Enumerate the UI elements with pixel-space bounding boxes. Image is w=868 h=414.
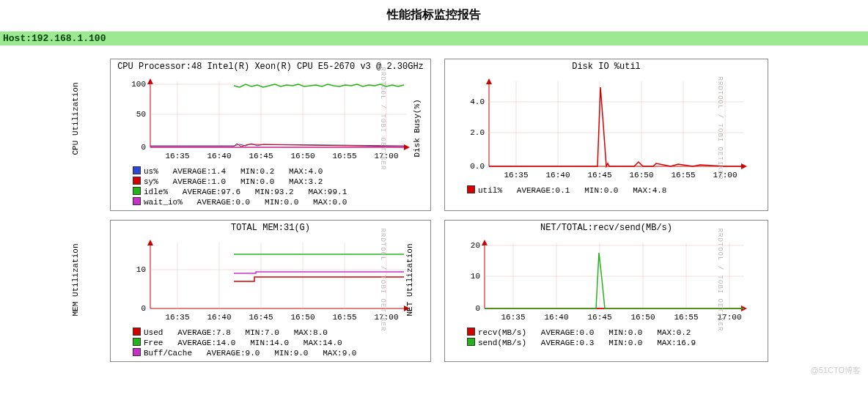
legend-swatch: [467, 328, 475, 336]
legend-row: Free AVERAGE:14.0 MIN:14.0 MAX:14.0: [133, 338, 426, 348]
svg-text:16:40: 16:40: [207, 152, 231, 160]
disk-panel: Disk IO %util Disk Busy(%): [444, 59, 768, 211]
svg-text:16:50: 16:50: [629, 171, 653, 180]
tool-watermark: RRDTOOL / TOBI OETIKER: [380, 67, 387, 171]
legend-text: Buff/Cache AVERAGE:9.0 MIN:9.0 MAX:9.0: [144, 349, 356, 358]
tool-watermark: RRDTOOL / TOBI OETIKER: [717, 229, 724, 332]
svg-text:16:45: 16:45: [249, 152, 273, 160]
svg-text:100: 100: [131, 80, 146, 89]
svg-text:16:40: 16:40: [545, 171, 570, 180]
mem-ylabel: MEM Utilization: [71, 243, 80, 316]
svg-text:0: 0: [475, 304, 480, 313]
mem-panel: TOTAL MEM:31(G) MEM Utilization: [110, 220, 431, 362]
svg-text:16:50: 16:50: [290, 313, 315, 322]
legend-row: send(MB/s) AVERAGE:0.3 MIN:0.0 MAX:16.9: [467, 338, 763, 348]
svg-text:0: 0: [141, 304, 146, 313]
svg-text:16:55: 16:55: [671, 171, 695, 180]
svg-text:16:35: 16:35: [165, 313, 189, 322]
svg-text:16:55: 16:55: [332, 313, 356, 322]
cpu-panel: CPU Processor:48 Intel(R) Xeon(R) CPU E5…: [110, 59, 431, 211]
cpu-legend: us% AVERAGE:1.4 MIN:0.2 MAX:4.0sy% AVERA…: [111, 163, 430, 210]
net-plot: 0 10 20 16:35 16:40 16:45 16:50 16:55 17…: [451, 235, 750, 325]
svg-text:16:55: 16:55: [332, 152, 356, 160]
net-ylabel: NET Utilization: [405, 243, 414, 316]
legend-swatch: [133, 187, 141, 195]
legend-row: Buff/Cache AVERAGE:9.0 MIN:9.0 MAX:9.0: [133, 348, 426, 358]
host-value: 192.168.1.100: [32, 33, 106, 44]
svg-text:0: 0: [141, 143, 146, 152]
legend-text: send(MB/s) AVERAGE:0.3 MIN:0.0 MAX:16.9: [478, 339, 696, 347]
svg-text:16:35: 16:35: [501, 313, 525, 322]
cpu-plot: 0 50 100 16:35 16:40 16:45 16:50 16:55 1…: [117, 74, 413, 163]
footer-watermark: @51CTO博客: [0, 362, 868, 376]
legend-text: Used AVERAGE:7.8 MIN:7.0 MAX:8.0: [144, 328, 328, 337]
tool-watermark: RRDTOOL / TOBI OETIKER: [717, 77, 724, 180]
legend-text: recv(MB/s) AVERAGE:0.0 MIN:0.0 MAX:0.2: [478, 328, 691, 337]
cpu-ylabel: CPU Utilization: [71, 82, 80, 155]
disk-title: Disk IO %util: [445, 59, 768, 72]
legend-row: idle% AVERAGE:97.6 MIN:93.2 MAX:99.1: [133, 187, 426, 197]
legend-text: wait_io% AVERAGE:0.0 MIN:0.0 MAX:0.0: [144, 198, 347, 207]
legend-row: util% AVERAGE:0.1 MIN:0.0 MAX:4.8: [467, 185, 763, 196]
legend-row: wait_io% AVERAGE:0.0 MIN:0.0 MAX:0.0: [133, 197, 426, 207]
svg-text:10: 10: [471, 272, 480, 281]
svg-text:10: 10: [136, 265, 146, 274]
legend-swatch: [133, 348, 141, 356]
host-bar: Host:192.168.1.100: [0, 32, 868, 45]
svg-text:16:45: 16:45: [587, 313, 611, 322]
legend-swatch: [133, 177, 141, 185]
legend-text: sy% AVERAGE:1.0 MIN:0.0 MAX:3.2: [144, 177, 323, 186]
svg-text:4.0: 4.0: [470, 97, 485, 106]
legend-text: util% AVERAGE:0.1 MIN:0.0 MAX:4.8: [478, 186, 666, 195]
svg-text:50: 50: [136, 110, 146, 119]
mem-plot: 0 10 16:35 16:40 16:45 16:50 16:55 17:00: [117, 235, 413, 325]
disk-ylabel: Disk Busy(%): [413, 99, 422, 157]
legend-swatch: [133, 328, 141, 336]
svg-text:16:45: 16:45: [587, 171, 611, 180]
svg-text:16:50: 16:50: [290, 152, 315, 160]
svg-text:20: 20: [471, 241, 480, 250]
legend-swatch: [133, 166, 141, 174]
net-panel: NET/TOTAL:recv/send(MB/s) NET Utilizatio…: [444, 220, 768, 362]
legend-swatch: [133, 338, 141, 346]
charts-grid: CPU Processor:48 Intel(R) Xeon(R) CPU E5…: [110, 59, 770, 362]
svg-text:16:40: 16:40: [207, 313, 231, 322]
svg-marker-44: [147, 240, 153, 245]
host-label: Host:: [3, 33, 32, 44]
legend-text: us% AVERAGE:1.4 MIN:0.2 MAX:4.0: [144, 167, 323, 176]
legend-swatch: [467, 185, 475, 193]
svg-marker-3: [404, 144, 410, 150]
svg-text:2.0: 2.0: [470, 128, 485, 137]
svg-marker-2: [147, 78, 153, 84]
legend-swatch: [133, 197, 141, 205]
legend-text: Free AVERAGE:14.0 MIN:14.0 MAX:14.0: [144, 339, 342, 347]
legend-row: sy% AVERAGE:1.0 MIN:0.0 MAX:3.2: [133, 177, 426, 187]
disk-legend: util% AVERAGE:0.1 MIN:0.0 MAX:4.8: [445, 182, 768, 199]
svg-text:16:55: 16:55: [674, 313, 698, 322]
legend-text: idle% AVERAGE:97.6 MIN:93.2 MAX:99.1: [144, 188, 347, 196]
tool-watermark: RRDTOOL / TOBI OETIKER: [380, 229, 387, 332]
disk-plot: 0.0 2.0 4.0 16:35 16:40 16:45 16:50 16:5…: [451, 74, 750, 182]
svg-text:16:45: 16:45: [249, 313, 273, 322]
svg-text:16:50: 16:50: [630, 313, 655, 322]
svg-text:16:40: 16:40: [544, 313, 568, 322]
svg-text:16:35: 16:35: [165, 152, 189, 160]
svg-text:0.0: 0.0: [470, 162, 485, 171]
legend-swatch: [467, 338, 475, 346]
svg-marker-23: [486, 78, 492, 84]
svg-text:16:35: 16:35: [504, 171, 528, 180]
svg-marker-63: [482, 240, 488, 245]
page-title: 性能指标监控报告: [0, 0, 868, 32]
